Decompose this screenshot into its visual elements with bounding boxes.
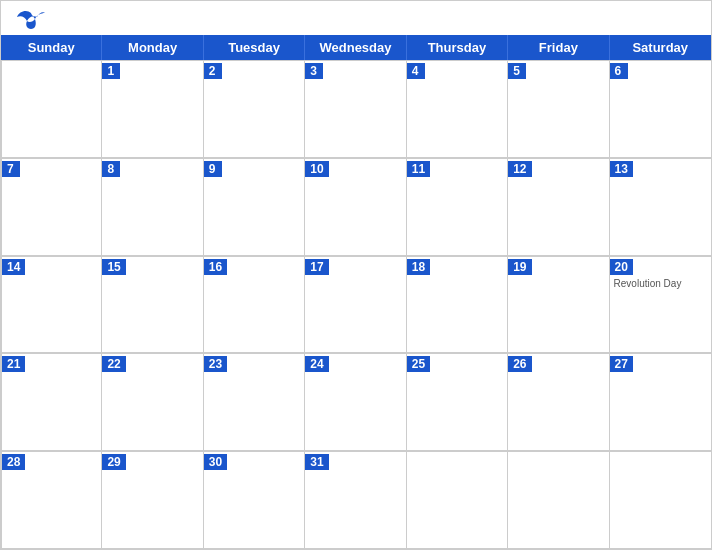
day-number: 29 — [102, 454, 125, 470]
day-number: 18 — [407, 259, 430, 275]
calendar-header — [1, 1, 711, 35]
day-number: 13 — [610, 161, 633, 177]
calendar-cell: 18 — [407, 256, 508, 354]
calendar-cell: 23 — [204, 353, 305, 451]
calendar-cell: 17 — [305, 256, 406, 354]
day-number: 20 — [610, 259, 633, 275]
header-thursday: Thursday — [407, 35, 508, 60]
day-number: 12 — [508, 161, 531, 177]
header-saturday: Saturday — [610, 35, 711, 60]
day-number: 8 — [102, 161, 120, 177]
calendar-cell: 7 — [1, 158, 102, 256]
day-number: 26 — [508, 356, 531, 372]
calendar-cell — [407, 451, 508, 549]
weekday-headers: Sunday Monday Tuesday Wednesday Thursday… — [1, 35, 711, 60]
calendar-cell: 4 — [407, 60, 508, 158]
day-number: 28 — [2, 454, 25, 470]
header-friday: Friday — [508, 35, 609, 60]
calendar: Sunday Monday Tuesday Wednesday Thursday… — [0, 0, 712, 550]
calendar-cell: 8 — [102, 158, 203, 256]
day-number: 21 — [2, 356, 25, 372]
day-number: 5 — [508, 63, 526, 79]
calendar-cell: 2 — [204, 60, 305, 158]
calendar-cell: 31 — [305, 451, 406, 549]
day-number: 15 — [102, 259, 125, 275]
day-number: 30 — [204, 454, 227, 470]
header-wednesday: Wednesday — [305, 35, 406, 60]
calendar-cell: 22 — [102, 353, 203, 451]
day-number: 4 — [407, 63, 425, 79]
day-number: 27 — [610, 356, 633, 372]
day-number: 23 — [204, 356, 227, 372]
calendar-cell: 30 — [204, 451, 305, 549]
logo-bird-icon — [17, 9, 45, 31]
calendar-cell: 28 — [1, 451, 102, 549]
cell-event: Revolution Day — [610, 275, 711, 292]
calendar-cell: 26 — [508, 353, 609, 451]
calendar-cell: 16 — [204, 256, 305, 354]
day-number: 19 — [508, 259, 531, 275]
day-number: 2 — [204, 63, 222, 79]
day-number: 16 — [204, 259, 227, 275]
day-number: 10 — [305, 161, 328, 177]
header-tuesday: Tuesday — [204, 35, 305, 60]
day-number: 3 — [305, 63, 323, 79]
day-number: 6 — [610, 63, 628, 79]
logo — [17, 9, 49, 31]
calendar-cell: 10 — [305, 158, 406, 256]
calendar-cell: 6 — [610, 60, 711, 158]
day-number: 14 — [2, 259, 25, 275]
header-sunday: Sunday — [1, 35, 102, 60]
day-number: 7 — [2, 161, 20, 177]
calendar-cell: 20Revolution Day — [610, 256, 711, 354]
day-number: 31 — [305, 454, 328, 470]
calendar-cell: 15 — [102, 256, 203, 354]
calendar-cell — [508, 451, 609, 549]
calendar-cell: 9 — [204, 158, 305, 256]
calendar-cell: 12 — [508, 158, 609, 256]
day-number: 25 — [407, 356, 430, 372]
day-number: 11 — [407, 161, 430, 177]
calendar-cell: 24 — [305, 353, 406, 451]
day-number: 17 — [305, 259, 328, 275]
calendar-cell: 19 — [508, 256, 609, 354]
header-monday: Monday — [102, 35, 203, 60]
day-number: 24 — [305, 356, 328, 372]
day-number: 1 — [102, 63, 120, 79]
calendar-cell: 11 — [407, 158, 508, 256]
calendar-cell: 25 — [407, 353, 508, 451]
calendar-cell: 5 — [508, 60, 609, 158]
calendar-cell: 1 — [102, 60, 203, 158]
calendar-cell: 13 — [610, 158, 711, 256]
calendar-cell — [1, 60, 102, 158]
calendar-cell: 21 — [1, 353, 102, 451]
calendar-cell: 27 — [610, 353, 711, 451]
calendar-cell: 14 — [1, 256, 102, 354]
calendar-cell: 29 — [102, 451, 203, 549]
calendar-cell — [610, 451, 711, 549]
day-number: 9 — [204, 161, 222, 177]
calendar-grid: 1234567891011121314151617181920Revolutio… — [1, 60, 711, 549]
calendar-cell: 3 — [305, 60, 406, 158]
day-number: 22 — [102, 356, 125, 372]
